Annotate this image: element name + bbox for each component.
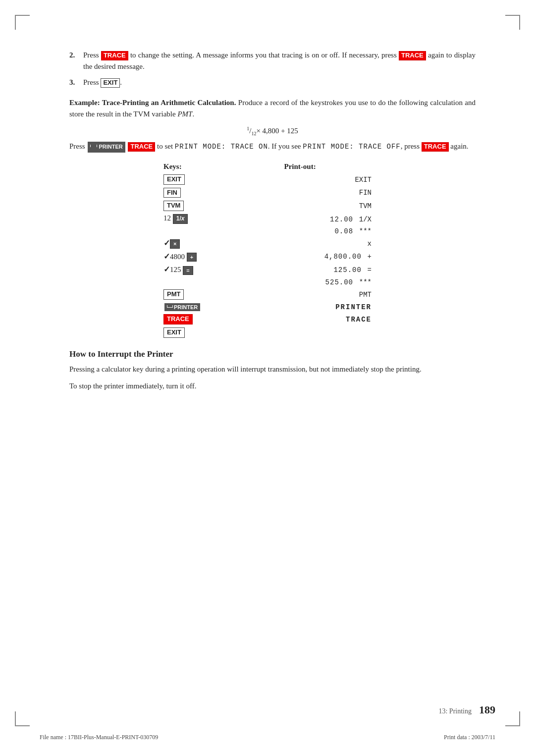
table-row: PRINTER PRINTER xyxy=(154,301,391,313)
table-row: ✓4800 + 4,800.00 + xyxy=(154,250,391,264)
step-3-text: Press EXIT. xyxy=(83,77,476,88)
print-val-008: 0.08 xyxy=(334,227,353,235)
trace-key-step2b[interactable]: TRACE xyxy=(399,51,426,60)
print-printer: PRINTER xyxy=(274,301,391,313)
checkmark-4800: ✓ xyxy=(163,252,170,261)
step-2: 2. Press TRACE to change the setting. A … xyxy=(69,50,476,73)
page-section-label: 13: Printing xyxy=(438,707,472,715)
print-sym-eq: = xyxy=(368,266,372,274)
print-125: 125.00 = xyxy=(274,263,391,276)
formula-sup: 1 xyxy=(247,126,249,131)
table-row: 525.00 *** xyxy=(154,276,391,288)
step-3-num: 3. xyxy=(69,77,83,88)
interrupt-para2: To stop the printer immediately, turn it… xyxy=(69,380,476,392)
key-box-plus[interactable]: + xyxy=(187,253,197,262)
interrupt-heading: How to Interrupt the Printer xyxy=(69,349,476,359)
print-sym-exit: EXIT xyxy=(355,176,372,184)
key-12-1x: 12 1/x xyxy=(154,213,274,225)
print-sym-trace: TRACE xyxy=(346,316,372,324)
interrupt-para1: Pressing a calculator key during a print… xyxy=(69,363,476,375)
trace-key-press-line2[interactable]: TRACE xyxy=(422,142,449,152)
table-row: TRACE TRACE xyxy=(154,313,391,326)
corner-tl xyxy=(15,15,30,30)
print-exit: EXIT xyxy=(274,173,391,186)
step-2-num: 2. xyxy=(69,50,83,61)
key-check-4800: ✓4800 + xyxy=(154,250,274,264)
corner-br xyxy=(505,711,520,726)
key-box-1x[interactable]: 1/x xyxy=(173,214,188,224)
print-val-125: 125.00 xyxy=(333,266,361,274)
print-pmt: PMT xyxy=(274,288,391,301)
print-sym-1x: 1/X xyxy=(359,216,372,223)
print-12-1x: 12.00 1/X xyxy=(274,213,391,225)
print-x: x xyxy=(274,237,391,250)
footer-filename: File name : 17BII-Plus-Manual-E-PRINT-03… xyxy=(40,734,268,741)
key-trace: TRACE xyxy=(154,313,274,326)
key-box-pmt[interactable]: PMT xyxy=(163,289,184,300)
print-mode-off: PRINT MODE: TRACE OFF xyxy=(303,143,400,151)
print-sym-tvm: TVM xyxy=(359,202,372,210)
page-number: 189 xyxy=(479,703,495,716)
pmt-var: PMT xyxy=(177,110,192,118)
key-box-exit2[interactable]: EXIT xyxy=(163,327,185,338)
table-row: EXIT EXIT xyxy=(154,173,391,186)
print-525: 525.00 *** xyxy=(274,276,391,288)
key-box-tvm[interactable]: TVM xyxy=(163,201,184,211)
printer-key-table[interactable]: PRINTER xyxy=(164,303,200,311)
table-row: TVM TVM xyxy=(154,199,391,213)
print-sym-525: *** xyxy=(359,278,372,286)
print-val-4800: 4,800.00 xyxy=(324,253,362,261)
exit-key-step3[interactable]: EXIT xyxy=(101,78,120,88)
key-box-fin[interactable]: FIN xyxy=(163,188,181,198)
print-sym-x: x xyxy=(368,240,372,248)
key-box-x[interactable]: × xyxy=(170,239,180,248)
print-exit2 xyxy=(274,326,391,339)
printer-label-table: PRINTER xyxy=(174,304,198,310)
main-content: 2. Press TRACE to change the setting. A … xyxy=(69,50,476,392)
printer-label: PRINTER xyxy=(99,143,122,152)
checkmark-125: ✓ xyxy=(163,265,170,273)
example-title: Example: Trace-Printing an Arithmetic Ca… xyxy=(69,99,236,107)
key-pmt: PMT xyxy=(154,288,274,301)
press-printer-line: Press PRINTER TRACE to set PRINT MODE: T… xyxy=(69,140,476,152)
col-header-keys: Keys: xyxy=(154,161,274,173)
table-row: ✓125 = 125.00 = xyxy=(154,263,391,276)
checkmark-x: ✓ xyxy=(163,239,170,247)
key-exit-2: EXIT xyxy=(154,326,274,339)
key-check-125: ✓125 = xyxy=(154,263,274,276)
table-row: 12 1/x 12.00 1/X xyxy=(154,213,391,225)
example-block: Example: Trace-Printing an Arithmetic Ca… xyxy=(69,97,476,120)
table-row: PMT PMT xyxy=(154,288,391,301)
table-row: ✓× x xyxy=(154,237,391,250)
page: 2. Press TRACE to change the setting. A … xyxy=(0,0,535,756)
printer-key-press-line[interactable]: PRINTER xyxy=(88,142,125,153)
print-008: 0.08 *** xyxy=(274,225,391,237)
print-sym-plus: + xyxy=(368,253,372,261)
footer-printdate: Print data : 2003/7/11 xyxy=(268,734,495,741)
key-empty2 xyxy=(154,276,274,288)
print-sym-008: *** xyxy=(359,227,372,235)
key-box-eq[interactable]: = xyxy=(183,266,193,275)
trace-key-press-line[interactable]: TRACE xyxy=(128,142,155,152)
print-val-12: 12.00 xyxy=(330,216,353,223)
key-fin: FIN xyxy=(154,186,274,200)
print-sym-pmt: PMT xyxy=(359,291,372,299)
trace-key-step2a[interactable]: TRACE xyxy=(101,51,128,60)
keys-printout-table: Keys: Print-out: EXIT EXIT FIN xyxy=(154,161,391,340)
formula-sub: 12 xyxy=(251,131,256,136)
table-row: EXIT xyxy=(154,326,391,339)
key-printer: PRINTER xyxy=(154,301,274,313)
key-tvm: TVM xyxy=(154,199,274,213)
print-trace: TRACE xyxy=(274,313,391,326)
print-val-525: 525.00 xyxy=(325,278,353,286)
key-exit-1: EXIT xyxy=(154,173,274,186)
key-empty1 xyxy=(154,225,274,237)
corner-bl xyxy=(15,711,30,726)
print-sym-printer: PRINTER xyxy=(335,303,372,311)
key-box-trace[interactable]: TRACE xyxy=(163,314,193,324)
print-fin: FIN xyxy=(274,186,391,200)
print-sym-fin: FIN xyxy=(359,189,372,197)
col-header-printout: Print-out: xyxy=(274,161,391,173)
print-4800: 4,800.00 + xyxy=(274,250,391,264)
key-box-exit1[interactable]: EXIT xyxy=(163,174,185,185)
